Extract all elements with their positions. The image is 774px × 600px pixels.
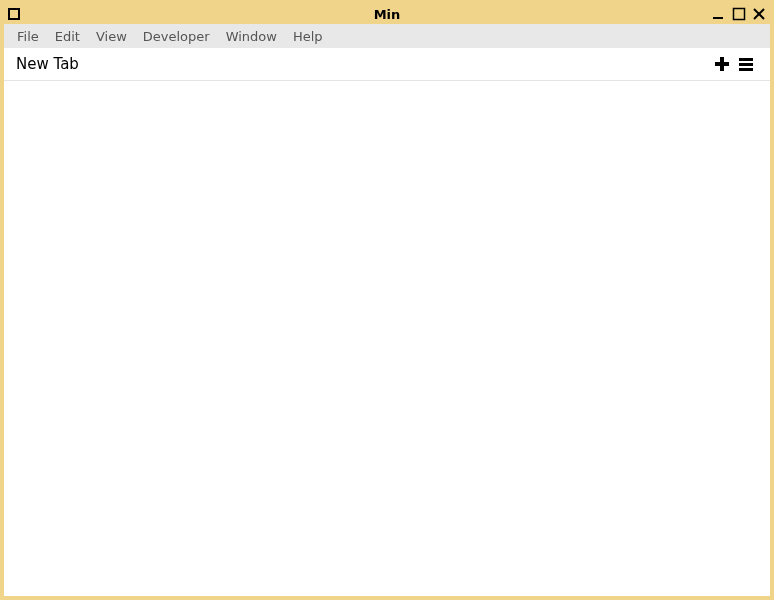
close-button[interactable] — [752, 7, 766, 21]
maximize-icon — [732, 7, 746, 21]
window-controls — [712, 7, 766, 21]
svg-rect-8 — [739, 68, 753, 71]
menu-window[interactable]: Window — [219, 27, 284, 46]
close-icon — [752, 7, 766, 21]
content-area — [4, 81, 770, 596]
tab-title[interactable]: New Tab — [16, 55, 79, 73]
menu-file[interactable]: File — [10, 27, 46, 46]
app-window: Min File Edit View Develope — [0, 0, 774, 600]
menu-edit[interactable]: Edit — [48, 27, 87, 46]
menu-help[interactable]: Help — [286, 27, 330, 46]
new-tab-button[interactable] — [710, 52, 734, 76]
menubar: File Edit View Developer Window Help — [4, 24, 770, 48]
app-icon — [8, 8, 20, 20]
window-title: Min — [374, 7, 401, 22]
maximize-button[interactable] — [732, 7, 746, 21]
svg-rect-1 — [734, 9, 745, 20]
titlebar: Min — [4, 4, 770, 24]
svg-rect-7 — [739, 63, 753, 66]
svg-rect-6 — [739, 58, 753, 61]
tabbar: New Tab — [4, 48, 770, 81]
minimize-button[interactable] — [712, 7, 726, 21]
menu-developer[interactable]: Developer — [136, 27, 217, 46]
plus-icon — [714, 56, 730, 72]
minimize-icon — [712, 7, 726, 21]
svg-rect-0 — [713, 17, 723, 19]
menu-view[interactable]: View — [89, 27, 134, 46]
hamburger-icon — [738, 56, 754, 72]
menu-button[interactable] — [734, 52, 758, 76]
svg-rect-5 — [715, 62, 729, 66]
